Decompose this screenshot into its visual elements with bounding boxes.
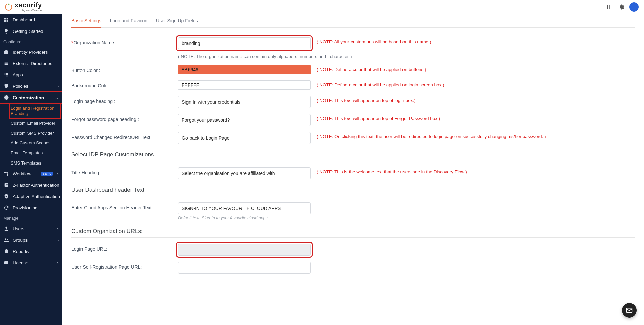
sidebar: Dashboard Getting Started Configure Iden… [0,14,62,325]
row-login-url: Login Page URL: [71,244,635,256]
sidebar-subitem-email-provider[interactable]: Custom Email Provider [9,118,62,128]
tab-logo-favicon[interactable]: Logo and Favicon [110,18,147,27]
sidebar-section-manage: Manage [0,213,62,223]
chevron-right-icon: › [57,171,59,176]
note-forgot-heading: ( NOTE: This text will appear on top of … [317,114,635,121]
svg-point-12 [7,73,8,74]
input-pwd-redirect[interactable] [178,132,311,144]
label-title-heading: Title Heading : [71,167,172,175]
input-login-heading[interactable] [178,96,311,108]
svg-rect-8 [5,63,8,64]
sidebar-subitem-sms-provider[interactable]: Custom SMS Provider [9,128,62,138]
input-cloud-header[interactable] [178,202,311,214]
sidebar-item-provisioning[interactable]: Provisioning [0,202,62,213]
sidebar-item-apps[interactable]: Apps [0,69,62,80]
sidebar-section-configure: Configure [0,37,62,46]
svg-point-11 [6,73,7,74]
sidebar-item-policies[interactable]: Policies › [0,80,62,92]
sidebar-item-label: External Directories [13,61,59,66]
svg-rect-28 [4,261,8,264]
sidebar-subitem-add-scopes[interactable]: Add Custom Scopes [9,138,62,148]
sidebar-item-label: Customization [13,95,51,100]
input-forgot-heading[interactable] [178,114,311,126]
sidebar-item-label: Apps [13,72,59,77]
svg-point-25 [7,239,8,240]
sidebar-item-label: Groups [13,238,54,243]
input-title-heading[interactable] [178,167,311,179]
sidebar-subitem-email-templates[interactable]: Email Templates [9,148,62,158]
workflow-icon [3,171,9,177]
label-cloud-header: Enter Cloud Apps Section Header Text : [71,202,172,210]
svg-rect-5 [4,20,6,22]
keypad-icon: 123 [3,182,9,188]
main-content: Basic Settings Logo and Favicon User Sig… [62,14,644,325]
input-button-color[interactable]: EB6646 [178,65,311,74]
input-bg-color[interactable]: FFFFFF [178,80,311,90]
puzzle-icon [3,94,9,101]
svg-point-15 [7,74,8,75]
label-self-reg-url: User Self-Registration Page URL: [71,262,172,270]
sidebar-item-label: Users [13,226,54,231]
svg-point-14 [6,74,7,75]
svg-text:123: 123 [4,184,8,186]
settings-tabs: Basic Settings Logo and Favicon User Sig… [71,18,635,28]
sidebar-item-workflow[interactable]: Workflow BETA › [0,168,62,179]
subnote-organization-name: ( NOTE: The organization name can contai… [178,54,635,59]
mail-icon [626,307,633,314]
sidebar-subitem-sms-templates[interactable]: SMS Templates [9,158,62,168]
svg-rect-4 [7,18,8,19]
svg-point-13 [5,74,6,75]
avatar[interactable] [629,2,639,12]
note-button-color: ( NOTE: Define a color that will be appl… [317,65,635,72]
card-icon [3,260,9,266]
svg-rect-27 [6,249,7,250]
dashboard-icon [3,17,9,23]
input-self-reg-url[interactable] [178,262,311,274]
sidebar-item-2fa[interactable]: 123 2-Factor Authentication › [0,179,62,191]
note-organization-name: ( NOTE: All your custom urls will be bas… [317,37,635,44]
brand-sub: by miniOrange [22,9,42,12]
sidebar-item-label: License [13,260,54,265]
rocket-icon [3,28,9,34]
sidebar-item-adaptive-auth[interactable]: Adaptive Authentication [0,191,62,202]
sidebar-subitem-login-branding[interactable]: Login and Registration Branding [9,103,61,118]
tab-signup-fields[interactable]: User Sign Up Fields [156,18,198,27]
row-title-heading: Title Heading : ( NOTE: This is the welc… [71,167,635,179]
sidebar-item-reports[interactable]: Reports [0,246,62,257]
chevron-right-icon: › [57,260,59,265]
svg-rect-6 [7,20,8,22]
group-icon [3,237,9,243]
svg-rect-20 [7,174,8,176]
sidebar-item-label: 2-Factor Authentication [13,183,59,188]
sidebar-item-users[interactable]: Users › [0,223,62,234]
input-login-url[interactable] [178,244,311,256]
sidebar-item-external-directories[interactable]: External Directories [0,58,62,69]
user-icon [3,225,9,232]
sidebar-item-label: Dashboard [13,17,59,22]
tab-basic-settings[interactable]: Basic Settings [71,18,101,27]
label-bg-color: Background Color : [71,80,172,88]
row-bg-color: Background Color : FFFFFF ( NOTE: Define… [71,80,635,90]
sidebar-item-identity-providers[interactable]: Identity Providers [0,46,62,58]
row-self-reg-url: User Self-Registration Page URL: [71,262,635,274]
chat-fab[interactable] [622,303,637,318]
row-forgot-heading: Forgot password page heading : ( NOTE: T… [71,114,635,126]
sidebar-item-label: Provisioning [13,205,59,210]
sidebar-item-license[interactable]: License › [0,257,62,268]
sidebar-item-customization[interactable]: Customization ⌄ [0,92,62,103]
svg-rect-26 [5,250,8,253]
input-organization-name[interactable] [178,37,311,49]
stack-icon [3,60,9,66]
svg-point-18 [7,76,8,77]
divider [71,196,635,196]
sidebar-item-dashboard[interactable]: Dashboard [0,14,62,25]
sidebar-item-groups[interactable]: Groups › [0,234,62,246]
label-login-url: Login Page URL: [71,244,172,252]
subnote-cloud-header: Default text: Sign-In to your favourite … [178,216,311,220]
row-organization-name: *Organization Name : ( NOTE: All your cu… [71,37,635,49]
panel-icon[interactable] [606,4,613,10]
gear-icon[interactable] [618,4,625,10]
svg-point-16 [5,76,6,77]
sidebar-item-label: Getting Started [13,29,59,34]
sidebar-item-getting-started[interactable]: Getting Started [0,25,62,37]
